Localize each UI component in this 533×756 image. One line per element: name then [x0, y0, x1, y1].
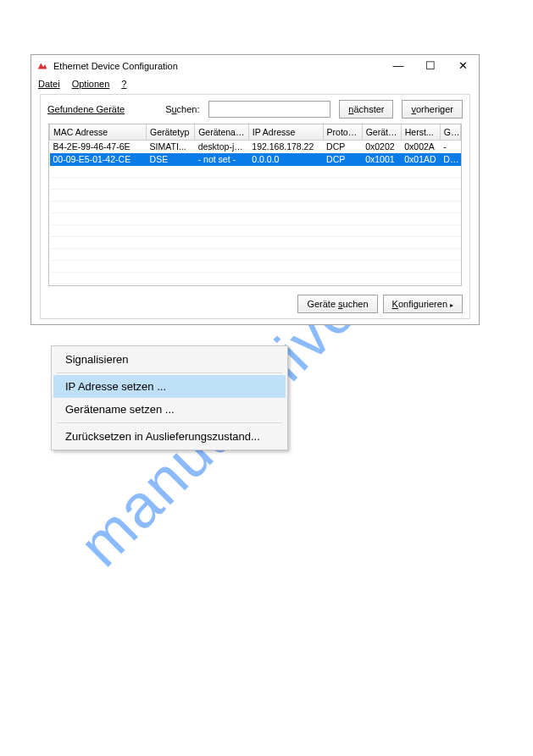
context-menu: SignalisierenIP Adresse setzen ...Geräte…: [51, 345, 288, 450]
context-menu-item[interactable]: Zurücksetzen in Auslieferungszustand...: [53, 425, 286, 448]
main-dialog: Ethernet Device Configuration — ☐ ✕ Date…: [31, 54, 480, 325]
table-cell: 0x01AD: [401, 152, 440, 165]
table-row-empty: [50, 248, 461, 260]
table-cell: 192.168.178.22: [248, 140, 323, 152]
chevron-right-icon: ▸: [450, 301, 453, 309]
table-row-empty: [50, 212, 461, 224]
previous-button[interactable]: vorheriger: [402, 100, 463, 119]
table-cell: DCP: [323, 140, 362, 152]
menu-separator: [57, 372, 282, 373]
context-menu-item[interactable]: Gerätename setzen ...: [53, 398, 286, 421]
table-row-empty: [50, 201, 461, 212]
search-devices-button[interactable]: Geräte suchen: [297, 295, 377, 313]
menu-options[interactable]: Optionen: [72, 79, 110, 89]
found-devices-label: Gefundene Geräte: [47, 104, 125, 114]
search-row: Gefundene Geräte Suchen: nächster vorher…: [47, 100, 463, 119]
table-cell: DCP: [323, 152, 362, 165]
table-row-empty: [50, 177, 461, 189]
table-cell: 0x1001: [362, 152, 401, 165]
maximize-button[interactable]: ☐: [414, 55, 447, 77]
configure-button[interactable]: Konfigurieren▸: [383, 295, 463, 313]
bottom-button-row: Geräte suchen Konfigurieren▸: [47, 295, 463, 313]
table-cell: B4-2E-99-46-47-6E: [50, 140, 147, 152]
table-cell: desktop-jp...: [195, 140, 249, 152]
table-cell: -: [440, 140, 460, 152]
column-header[interactable]: G...: [440, 124, 460, 140]
table-body: B4-2E-99-46-47-6ESIMATI...desktop-jp...1…: [50, 140, 461, 286]
minimize-button[interactable]: —: [382, 55, 414, 77]
table-row-empty: [50, 284, 461, 286]
menu-file[interactable]: Datei: [38, 79, 60, 89]
table-row-empty: [50, 272, 461, 284]
table-header-row: MAC AdresseGerätetypGerätenameIP Adresse…: [50, 124, 461, 140]
table-row-empty: [50, 189, 461, 201]
app-icon: [36, 60, 48, 72]
table-cell: SIMATI...: [147, 140, 195, 152]
table-cell: - not set -: [195, 152, 249, 165]
column-header[interactable]: MAC Adresse: [50, 124, 147, 140]
menu-help[interactable]: ?: [121, 79, 126, 89]
window-title: Ethernet Device Configuration: [53, 61, 382, 71]
table-cell: 0x0202: [362, 140, 401, 152]
context-menu-item[interactable]: IP Adresse setzen ...: [53, 375, 286, 398]
column-header[interactable]: Herst...: [401, 124, 440, 140]
table-cell: 0x002A: [401, 140, 440, 152]
toolbar-group: Gefundene Geräte Suchen: nächster vorher…: [40, 94, 470, 319]
table-row-empty: [50, 236, 461, 248]
column-header[interactable]: Gerätename: [195, 124, 249, 140]
table-row[interactable]: B4-2E-99-46-47-6ESIMATI...desktop-jp...1…: [50, 140, 461, 152]
titlebar[interactable]: Ethernet Device Configuration — ☐ ✕: [31, 55, 479, 77]
table-cell: DSE: [147, 152, 195, 165]
menubar: Datei Optionen ?: [31, 77, 479, 92]
search-label: Suchen:: [165, 104, 199, 114]
table-row-empty: [50, 165, 461, 177]
context-menu-item[interactable]: Signalisieren: [53, 348, 286, 371]
column-header[interactable]: Gerätetyp: [147, 124, 195, 140]
column-header[interactable]: Protokoll: [323, 124, 362, 140]
close-button[interactable]: ✕: [447, 55, 479, 77]
table-row-empty: [50, 224, 461, 236]
device-table: MAC AdresseGerätetypGerätenameIP Adresse…: [49, 124, 461, 286]
device-table-container: MAC AdresseGerätetypGerätenameIP Adresse…: [48, 124, 462, 286]
next-button[interactable]: nächster: [339, 100, 393, 119]
column-header[interactable]: Gerät ...: [362, 124, 401, 140]
table-row-empty: [50, 260, 461, 272]
table-cell: 0.0.0.0: [248, 152, 323, 165]
column-header[interactable]: IP Adresse: [248, 124, 323, 140]
table-row[interactable]: 00-09-E5-01-42-CEDSE- not set -0.0.0.0DC…: [50, 152, 461, 165]
table-cell: D...: [440, 152, 460, 165]
table-cell: 00-09-E5-01-42-CE: [50, 152, 147, 165]
menu-separator: [57, 422, 282, 423]
search-input[interactable]: [208, 101, 331, 118]
